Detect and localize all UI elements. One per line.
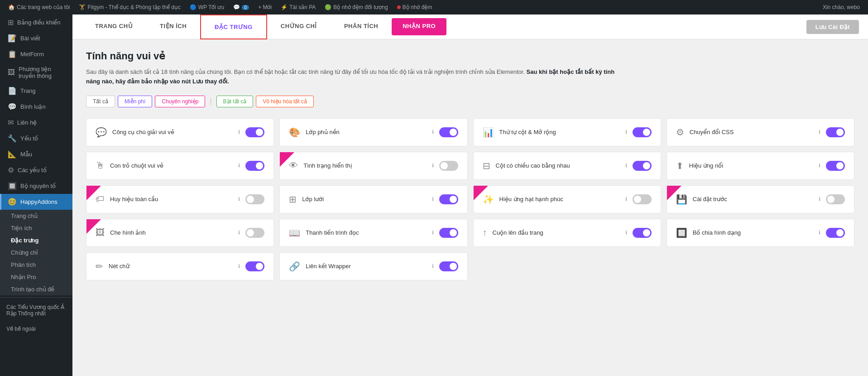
- feature-toggle[interactable]: [439, 161, 458, 171]
- admin-bar-wp-optimize[interactable]: 🔵 WP Tối ưu: [185, 0, 229, 14]
- admin-bar-comments[interactable]: 💬 0: [229, 0, 254, 14]
- feature-info-icon[interactable]: ℹ: [625, 230, 627, 236]
- sidebar-item-media[interactable]: 🖼 Phương tiện truyền thông: [0, 62, 72, 83]
- sidebar-item-pages[interactable]: 📄 Trang: [0, 83, 72, 99]
- sidebar-item-posts[interactable]: 📝 Bài viết: [0, 30, 72, 46]
- tab-widgets[interactable]: TIỆN ÍCH: [146, 14, 200, 39]
- filter-disable-all[interactable]: Vô hiệu hóa tất cả: [256, 96, 314, 107]
- feature-toggle[interactable]: [245, 194, 264, 204]
- feature-info-icon[interactable]: ℹ: [625, 129, 627, 135]
- toggle-slider: [439, 228, 458, 238]
- feature-toggle[interactable]: [245, 228, 264, 238]
- sidebar-appearance[interactable]: Về bề ngoài: [0, 321, 72, 337]
- feature-toggle[interactable]: [245, 261, 264, 271]
- sidebar-item-elements[interactable]: ⚙ Các yếu tố: [0, 162, 72, 178]
- tab-analytics[interactable]: PHÂN TÍCH: [331, 14, 392, 39]
- feature-card: ⊞ Lớp lưới ℹ: [279, 185, 467, 213]
- feature-toggle[interactable]: [633, 161, 652, 171]
- feature-info-icon[interactable]: ℹ: [238, 196, 240, 202]
- tab-home[interactable]: TRANG CHỦ: [82, 14, 146, 39]
- toggle-slider: [826, 228, 845, 238]
- feature-info-icon[interactable]: ℹ: [625, 196, 627, 202]
- feature-toggle[interactable]: [633, 228, 652, 238]
- sidebar-submenu: Trang chủ Tiện ích Đặc trưng Chứng chỉ P…: [0, 210, 72, 295]
- save-settings-button[interactable]: Lưu Cài Đặt: [806, 20, 859, 34]
- feature-card: 🖼 Che hình ảnh ℹ: [86, 219, 274, 247]
- admin-bar-site[interactable]: 🏋 Fitgym - Thể dục & Phòng tập thể dục: [74, 0, 185, 14]
- feature-info-icon[interactable]: ℹ: [432, 230, 434, 236]
- toggle-slider: [633, 228, 652, 238]
- templates-icon: 📐: [8, 150, 17, 159]
- toggle-slider: [439, 161, 458, 171]
- sidebar-item-happyaddons[interactable]: 😊 HappyAddons: [0, 194, 72, 210]
- sidebar-sub-features[interactable]: Đặc trưng: [0, 234, 72, 246]
- feature-card: ⚙ Chuyển đổi CSS ℹ: [667, 118, 854, 146]
- admin-bar: 🏠 Các trang web của tôi 🏋 Fitgym - Thể d…: [0, 0, 868, 14]
- sidebar-item-elementor[interactable]: 🔧 Yếu tố: [0, 130, 72, 146]
- feature-info-icon[interactable]: ℹ: [432, 129, 434, 135]
- feature-name: Cột có chiều cao bằng nhau: [496, 162, 619, 169]
- admin-bar-pa[interactable]: ⚡ Tài sản PA: [276, 0, 320, 14]
- tab-features[interactable]: ĐẶC TRƯNG: [200, 14, 267, 39]
- feature-toggle[interactable]: [245, 127, 264, 137]
- feature-info-icon[interactable]: ℹ: [238, 129, 240, 135]
- admin-bar-cache-object[interactable]: 🟢 Bộ nhớ đệm đối tượng: [320, 0, 392, 14]
- sidebar-sub-theme-builder[interactable]: Trình tạo chủ đề: [0, 283, 72, 295]
- toggle-slider: [633, 161, 652, 171]
- sidebar-uae[interactable]: Các Tiểu Vương quốc Ả Rập Thống nhất: [0, 299, 72, 321]
- toggle-slider: [826, 194, 845, 204]
- filter-all[interactable]: Tất cả: [86, 96, 115, 107]
- sidebar-item-contact[interactable]: ✉ Liên hệ: [0, 115, 72, 130]
- feature-info-icon[interactable]: ℹ: [819, 129, 820, 135]
- sidebar-sub-home[interactable]: Trang chủ: [0, 210, 72, 222]
- feature-toggle[interactable]: [439, 127, 458, 137]
- feature-info-icon[interactable]: ℹ: [819, 163, 820, 169]
- feature-icon: ✏: [96, 261, 103, 272]
- feature-toggle[interactable]: [826, 194, 845, 204]
- toggle-slider: [439, 194, 458, 204]
- feature-toggle[interactable]: [439, 228, 458, 238]
- feature-icon: ⊞: [289, 194, 297, 205]
- sidebar-item-dashboard[interactable]: ⊞ Bảng điều khiển: [0, 14, 72, 30]
- feature-toggle[interactable]: [826, 161, 845, 171]
- feature-info-icon[interactable]: ℹ: [238, 163, 240, 169]
- tab-get-pro[interactable]: NHẬN PRO: [392, 18, 446, 35]
- sidebar-sub-get-pro[interactable]: Nhận Pro: [0, 271, 72, 283]
- feature-info-icon[interactable]: ℹ: [238, 230, 240, 236]
- feature-toggle[interactable]: [439, 261, 458, 271]
- feature-card: ⬆ Hiệu ứng nổi ℹ: [667, 152, 854, 180]
- admin-bar-new[interactable]: + Mới: [254, 0, 276, 14]
- filter-pro[interactable]: Chuyên nghiệp: [155, 96, 205, 107]
- toggle-slider: [633, 194, 652, 204]
- page-title: Tính năng vui vẻ: [86, 50, 854, 62]
- admin-bar-cache[interactable]: Bộ nhớ đệm: [393, 0, 437, 14]
- sidebar-item-atomique[interactable]: 🔲 Bộ nguyên tố: [0, 178, 72, 194]
- feature-info-icon[interactable]: ℹ: [819, 196, 820, 202]
- sidebar-sub-analytics[interactable]: Phân tích: [0, 259, 72, 271]
- feature-toggle[interactable]: [245, 161, 264, 171]
- sidebar-divider: [0, 297, 72, 298]
- feature-info-icon[interactable]: ℹ: [432, 263, 434, 269]
- feature-info-icon[interactable]: ℹ: [238, 263, 240, 269]
- tab-credentials[interactable]: CHỨNG CHỈ: [267, 14, 331, 39]
- feature-toggle[interactable]: [633, 127, 652, 137]
- feature-info-icon[interactable]: ℹ: [819, 230, 820, 236]
- sidebar-sub-credentials[interactable]: Chứng chỉ: [0, 246, 72, 259]
- filter-enable-all[interactable]: Bật tất cả: [216, 96, 254, 107]
- sidebar-item-comments[interactable]: 💬 Bình luận: [0, 99, 72, 115]
- sidebar-item-templates[interactable]: 📐 Mẫu: [0, 146, 72, 162]
- pa-icon: ⚡: [281, 4, 288, 10]
- feature-info-icon[interactable]: ℹ: [432, 196, 434, 202]
- comments-icon: 💬: [233, 4, 240, 10]
- filter-free[interactable]: Miễn phí: [118, 96, 152, 107]
- feature-toggle[interactable]: [826, 228, 845, 238]
- dashboard-icon: ⊞: [8, 18, 14, 27]
- feature-info-icon[interactable]: ℹ: [432, 163, 434, 169]
- feature-info-icon[interactable]: ℹ: [625, 163, 627, 169]
- feature-toggle[interactable]: [439, 194, 458, 204]
- feature-toggle[interactable]: [826, 127, 845, 137]
- feature-toggle[interactable]: [633, 194, 652, 204]
- sidebar-sub-widgets[interactable]: Tiện ích: [0, 222, 72, 234]
- sidebar-item-metform[interactable]: 📋 MetForm: [0, 46, 72, 62]
- admin-bar-my-sites[interactable]: 🏠 Các trang web của tôi: [4, 0, 74, 14]
